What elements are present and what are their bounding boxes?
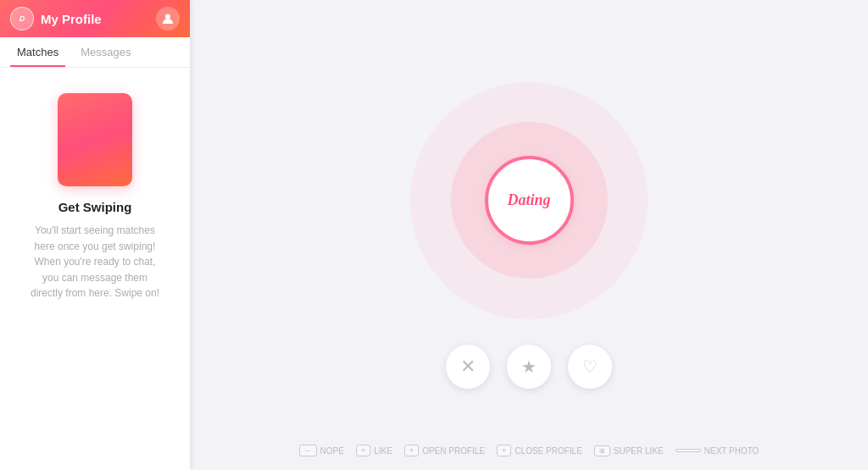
sidebar-title: My Profile	[41, 12, 102, 26]
key-left-arrow: ←	[299, 445, 317, 456]
shortcuts-bar: ← NOPE + LIKE + OPEN PROFILE + CLOSE PRO…	[190, 445, 868, 456]
svg-point-0	[165, 14, 170, 19]
app-logo: D	[10, 7, 34, 30]
shortcut-nope: ← NOPE	[299, 445, 344, 456]
key-plus-close: +	[497, 445, 511, 456]
sidebar: D My Profile Matches Messages Get Swipin…	[0, 0, 190, 470]
swipe-card-placeholder	[58, 93, 132, 186]
outer-circle: Dating	[410, 82, 648, 319]
shortcut-open-label: OPEN PROFILE	[422, 446, 485, 456]
header-left: D My Profile	[10, 7, 102, 30]
shortcut-like-label: LIKE	[374, 446, 392, 456]
shortcut-open-profile: + OPEN PROFILE	[404, 445, 485, 456]
shortcut-nope-label: NOPE	[320, 446, 344, 456]
key-plus-open: +	[404, 445, 419, 456]
key-next	[676, 449, 701, 452]
super-like-button[interactable]: ★	[507, 345, 551, 389]
card-area: Dating ✕ ★ ♡	[190, 0, 868, 470]
main-area: Dating ✕ ★ ♡ ← NOPE + LIKE + OPEN PROFIL…	[190, 0, 868, 470]
like-button[interactable]: ♡	[568, 345, 612, 389]
nope-button[interactable]: ✕	[446, 345, 490, 389]
empty-state-title: Get Swiping	[58, 200, 132, 214]
shortcut-next-label: NEXT PHOTO	[704, 446, 760, 456]
menu-icon-button[interactable]	[156, 7, 180, 30]
shortcut-close-label: CLOSE PROFILE	[515, 446, 581, 456]
key-plus-like: +	[356, 445, 370, 456]
sidebar-tabs: Matches Messages	[0, 37, 190, 68]
middle-circle: Dating	[451, 122, 608, 279]
tab-matches[interactable]: Matches	[10, 37, 65, 67]
brand-logo: Dating	[507, 191, 550, 209]
tab-messages[interactable]: Messages	[74, 37, 137, 67]
inner-circle: Dating	[485, 156, 574, 245]
shortcut-super-label: SUPER LIKE	[614, 446, 664, 456]
sidebar-content: Get Swiping You'll start seeing matches …	[0, 68, 190, 470]
empty-state-description: You'll start seeing matches here once yo…	[27, 223, 163, 301]
person-icon	[162, 13, 174, 25]
shortcut-like: + LIKE	[356, 445, 392, 456]
sidebar-header: D My Profile	[0, 0, 190, 37]
key-super: ⊞	[594, 445, 610, 456]
action-buttons: ✕ ★ ♡	[446, 345, 612, 389]
shortcut-close-profile: + CLOSE PROFILE	[497, 445, 582, 456]
shortcut-next-photo: NEXT PHOTO	[676, 446, 760, 456]
shortcut-super-like: ⊞ SUPER LIKE	[594, 445, 664, 456]
